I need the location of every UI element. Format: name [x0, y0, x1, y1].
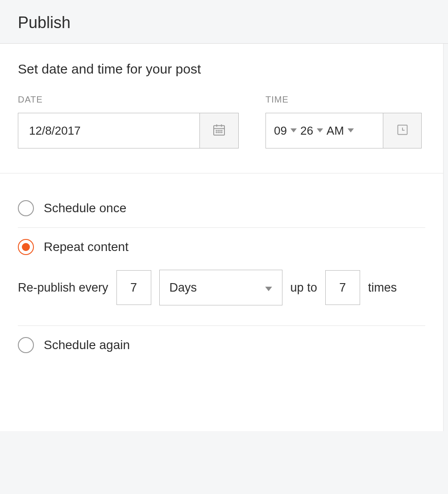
repeat-config: Re-publish every Days up to times: [18, 266, 425, 325]
repeat-unit-select[interactable]: Days: [159, 270, 282, 305]
chevron-down-icon: [265, 281, 272, 295]
publish-panel: Set date and time for your post DATE: [0, 44, 444, 431]
page-title: Publish: [18, 13, 430, 32]
time-minute[interactable]: 26: [300, 124, 313, 138]
svg-point-7: [221, 130, 222, 131]
option-label: Repeat content: [44, 240, 129, 254]
svg-marker-13: [317, 128, 323, 132]
option-schedule-again-block: Schedule again: [18, 326, 425, 364]
calendar-icon: [212, 123, 226, 139]
calendar-button[interactable]: [199, 113, 239, 148]
time-input-wrap: 09 26 AM: [265, 113, 422, 148]
schedule-options: Schedule once Repeat content Re-publish …: [0, 173, 443, 431]
date-input[interactable]: [18, 113, 199, 148]
datetime-section: Set date and time for your post DATE: [0, 44, 443, 173]
repeat-upto-label: up to: [290, 281, 317, 295]
svg-point-5: [218, 130, 218, 131]
date-label: DATE: [18, 95, 239, 105]
time-selects: 09 26 AM: [265, 113, 383, 148]
option-schedule-again[interactable]: Schedule again: [18, 330, 425, 364]
page-header: Publish: [0, 0, 448, 44]
svg-point-9: [218, 132, 218, 132]
date-input-wrap: [18, 113, 239, 148]
svg-marker-16: [265, 287, 272, 291]
clock-icon: [396, 124, 409, 138]
option-label: Schedule again: [44, 338, 130, 352]
chevron-down-icon[interactable]: [290, 127, 297, 135]
svg-point-8: [216, 132, 216, 132]
repeat-unit-value: Days: [170, 281, 197, 295]
repeat-times-label: times: [368, 281, 397, 295]
option-repeat-content[interactable]: Repeat content: [18, 232, 425, 266]
svg-point-4: [216, 130, 216, 131]
repeat-count-input[interactable]: [325, 270, 360, 305]
option-schedule-once-block: Schedule once: [18, 189, 425, 227]
time-field-group: TIME 09 26 AM: [265, 95, 422, 148]
svg-point-11: [221, 132, 222, 132]
chevron-down-icon[interactable]: [348, 127, 354, 135]
clock-button[interactable]: [383, 113, 422, 148]
svg-rect-0: [214, 126, 224, 135]
date-field-group: DATE: [18, 95, 239, 148]
time-hour[interactable]: 09: [274, 124, 287, 138]
repeat-prefix: Re-publish every: [18, 281, 108, 295]
time-period[interactable]: AM: [327, 124, 344, 138]
radio-icon[interactable]: [18, 337, 34, 353]
svg-point-10: [220, 132, 220, 132]
radio-icon[interactable]: [18, 239, 34, 255]
chevron-down-icon[interactable]: [317, 127, 323, 135]
svg-marker-14: [348, 128, 354, 132]
option-schedule-once[interactable]: Schedule once: [18, 193, 425, 227]
repeat-interval-input[interactable]: [116, 270, 151, 305]
datetime-row: DATE: [18, 95, 425, 148]
option-repeat-content-block: Repeat content Re-publish every Days up …: [18, 228, 425, 325]
datetime-heading: Set date and time for your post: [18, 62, 425, 77]
svg-point-6: [220, 130, 220, 131]
time-label: TIME: [265, 95, 422, 105]
option-label: Schedule once: [44, 201, 126, 215]
radio-icon[interactable]: [18, 200, 34, 216]
svg-marker-12: [290, 128, 297, 132]
